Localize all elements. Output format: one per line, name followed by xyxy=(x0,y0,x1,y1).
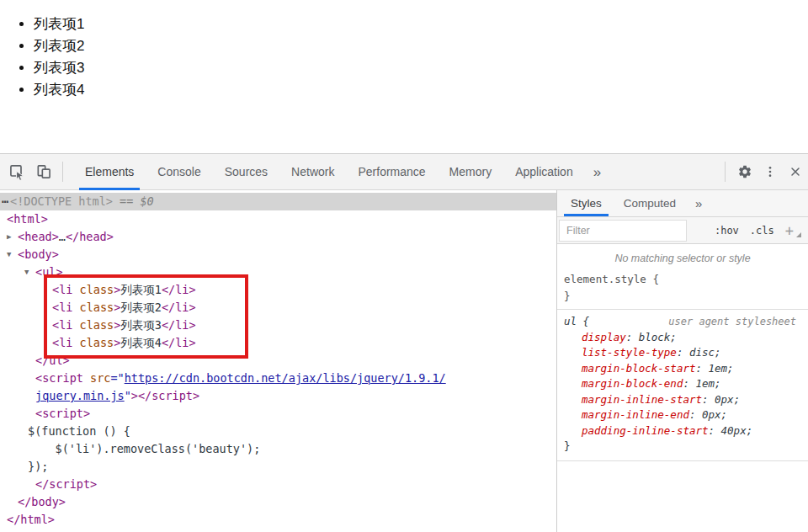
css-property-value: : block; xyxy=(626,331,677,343)
styles-empty-space xyxy=(557,460,808,528)
toolbar-divider xyxy=(62,162,63,182)
css-property-name: padding-inline-start xyxy=(582,424,709,437)
element-classes-button[interactable]: .cls xyxy=(750,225,774,237)
tab-network[interactable]: Network xyxy=(279,154,346,190)
tab-sources[interactable]: Sources xyxy=(213,154,279,190)
tree-line[interactable]: ▶<head>…</head> xyxy=(0,228,556,246)
tree-line[interactable]: <li class>列表项2</li> xyxy=(0,299,556,317)
tree-line[interactable]: <html> xyxy=(0,210,556,228)
code-token: <script> xyxy=(35,407,90,420)
tree-line[interactable]: </ul> xyxy=(0,352,556,370)
code-token: <li xyxy=(52,336,80,349)
tree-line[interactable]: </body> xyxy=(0,493,556,511)
expand-arrow-icon[interactable]: ▼ xyxy=(24,263,29,281)
code-token: https://cdn.bootcdn.net/ajax/libs/jquery… xyxy=(125,371,446,385)
brace-close: } xyxy=(564,288,808,305)
more-tabs-icon[interactable]: » xyxy=(585,154,609,190)
css-property-value: : 0px; xyxy=(702,393,740,406)
code-token: ></script> xyxy=(131,389,199,402)
new-style-rule-button[interactable]: + xyxy=(785,222,801,239)
tree-line[interactable]: …<!DOCTYPE html> == $0 xyxy=(0,193,556,210)
tree-line[interactable]: </script> xyxy=(0,476,556,493)
css-property[interactable]: list-style-type: disc; xyxy=(564,345,808,361)
rule-selector: element.style xyxy=(564,273,646,285)
close-icon[interactable] xyxy=(783,159,808,184)
code-token: 列表项3 xyxy=(120,318,162,332)
code-token: =" xyxy=(110,371,124,385)
code-token: class xyxy=(80,336,114,349)
tree-line[interactable]: ▼<body> xyxy=(0,246,556,263)
code-token: </script> xyxy=(35,477,97,491)
tree-line[interactable]: </html> xyxy=(0,511,556,529)
css-property[interactable]: margin-block-end: 1em; xyxy=(564,376,808,392)
tree-line[interactable]: <script> xyxy=(0,405,556,423)
css-property-value: : disc; xyxy=(677,346,721,359)
tree-line[interactable]: <li class>列表项3</li> xyxy=(0,317,556,334)
list-item: 列表项4 xyxy=(34,79,808,101)
brace-open-char: { xyxy=(652,273,659,285)
rule-head: ul { user agent stylesheet xyxy=(564,314,808,330)
css-property[interactable]: margin-block-start: 1em; xyxy=(564,361,808,377)
kebab-menu-icon[interactable] xyxy=(758,159,783,184)
styles-filter-row: :hov .cls + xyxy=(557,217,808,244)
expand-arrow-icon[interactable]: ▼ xyxy=(7,246,11,263)
tree-line[interactable]: <li class>列表项4</li> xyxy=(0,334,556,352)
code-token: class xyxy=(80,301,114,314)
css-property[interactable]: padding-inline-start: 40px; xyxy=(564,423,808,439)
list-item: 列表项3 xyxy=(34,57,808,79)
css-property-value: : 1em; xyxy=(695,362,733,375)
css-property-name: margin-inline-end xyxy=(582,408,689,421)
code-token: <li xyxy=(52,283,80,296)
device-toolbar-icon[interactable] xyxy=(35,163,52,180)
styles-more-tabs-icon[interactable]: » xyxy=(687,190,710,216)
css-property[interactable]: margin-inline-start: 0px; xyxy=(564,392,808,408)
plus-corner-notch xyxy=(796,232,801,237)
overflow-dots-icon[interactable]: … xyxy=(2,190,8,208)
elements-panel: …<!DOCTYPE html> == $0<html>▶<head>…</he… xyxy=(0,190,557,532)
user-agent-rule[interactable]: ul { user agent stylesheet display: bloc… xyxy=(557,309,808,460)
css-property-name: list-style-type xyxy=(582,346,677,359)
pseudo-state-button[interactable]: :hov xyxy=(715,225,739,237)
code-token: </html> xyxy=(7,513,55,526)
code-token: " xyxy=(125,389,131,402)
tree-line[interactable]: jquery.min.js"></script> xyxy=(0,387,556,405)
tree-line[interactable]: ▼<ul> xyxy=(0,263,556,281)
code-token: src xyxy=(90,371,110,385)
code-token: $(function () { xyxy=(28,424,130,438)
code-token: <html> xyxy=(7,212,48,226)
code-token: <li xyxy=(52,301,80,314)
tab-console[interactable]: Console xyxy=(146,154,212,190)
code-token: <body> xyxy=(18,247,59,261)
element-style-rule[interactable]: element.style { } xyxy=(557,270,808,309)
code-token: <script xyxy=(35,371,90,385)
settings-gear-icon[interactable] xyxy=(732,159,758,184)
tab-application[interactable]: Application xyxy=(503,154,585,190)
code-token: jquery.min.js xyxy=(35,389,125,402)
code-token: </li> xyxy=(162,318,196,332)
css-property[interactable]: display: block; xyxy=(564,330,808,346)
css-property[interactable]: margin-inline-end: 0px; xyxy=(564,407,808,423)
styles-tabs-list: StylesComputed xyxy=(560,190,687,216)
brace-close: } xyxy=(564,439,808,455)
tree-line[interactable]: <script src="https://cdn.bootcdn.net/aja… xyxy=(0,370,556,387)
no-match-message: No matching selector or style xyxy=(557,244,808,270)
tab-performance[interactable]: Performance xyxy=(346,154,437,190)
tree-line[interactable]: $(function () { xyxy=(0,423,556,440)
styles-filter-input[interactable] xyxy=(559,220,687,242)
css-property-value: : 1em; xyxy=(683,377,720,390)
styles-tab-styles[interactable]: Styles xyxy=(560,190,613,216)
tab-elements[interactable]: Elements xyxy=(73,154,146,190)
css-property-name: margin-block-end xyxy=(582,377,683,390)
tree-line[interactable]: }); xyxy=(0,458,556,476)
tree-line[interactable]: $('li').removeClass('beauty'); xyxy=(0,440,556,458)
devtools-toolbar: ElementsConsoleSourcesNetworkPerformance… xyxy=(0,154,808,190)
tab-memory[interactable]: Memory xyxy=(438,154,504,190)
code-token: <head> xyxy=(18,230,59,243)
styles-tab-computed[interactable]: Computed xyxy=(613,190,687,216)
tree-line[interactable]: <li class>列表项1</li> xyxy=(0,281,556,299)
inspect-element-icon[interactable] xyxy=(8,163,25,180)
code-token: </ul> xyxy=(35,354,70,367)
collapse-arrow-icon[interactable]: ▶ xyxy=(7,228,11,246)
list-item: 列表项1 xyxy=(34,13,808,35)
css-property-name: display xyxy=(582,331,626,343)
